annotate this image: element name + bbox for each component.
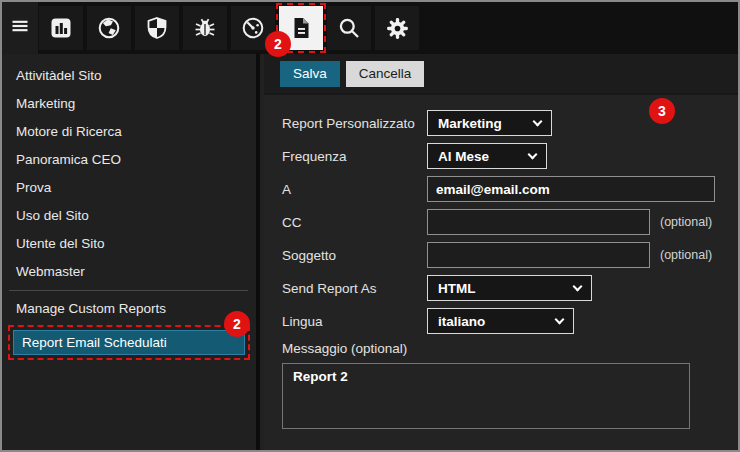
custom-report-value: Marketing bbox=[438, 116, 502, 131]
send-report-as-value: HTML bbox=[438, 281, 476, 296]
chevron-down-icon bbox=[528, 149, 538, 159]
toolbar-tab-web[interactable] bbox=[87, 6, 131, 50]
sidebar-item-panoramica-ceo[interactable]: Panoramica CEO bbox=[2, 146, 256, 174]
schedule-report-form: Report Personalizzato Marketing Frequenz… bbox=[264, 95, 738, 429]
custom-report-label: Report Personalizzato bbox=[282, 116, 427, 131]
subject-label: Soggetto bbox=[282, 248, 427, 263]
globe-icon bbox=[97, 16, 121, 40]
language-label: Lingua bbox=[282, 314, 427, 329]
bar-chart-icon bbox=[49, 16, 73, 40]
toolbar-tab-dashboard[interactable] bbox=[39, 6, 83, 50]
toolbar-tab-debug[interactable] bbox=[183, 6, 227, 50]
send-report-as-label: Send Report As bbox=[282, 281, 427, 296]
main-content: Salva Cancella 3 Report Personalizzato M… bbox=[264, 54, 738, 450]
sidebar-item-prova[interactable]: Prova bbox=[2, 174, 256, 202]
document-icon bbox=[289, 16, 313, 40]
annotation-badge-sidebar: 2 bbox=[224, 311, 250, 337]
annotation-badge-content: 3 bbox=[649, 98, 675, 124]
message-label: Messaggio (optional) bbox=[282, 341, 720, 356]
toolbar-tab-reports[interactable]: 2 bbox=[279, 6, 323, 50]
cc-field[interactable] bbox=[427, 209, 650, 235]
chevron-down-icon bbox=[533, 116, 543, 126]
language-select[interactable]: italiano bbox=[427, 308, 574, 334]
frequency-label: Frequenza bbox=[282, 149, 427, 164]
hamburger-menu-button[interactable] bbox=[2, 2, 38, 54]
cancel-button[interactable]: Cancella bbox=[346, 61, 425, 87]
frequency-value: Al Mese bbox=[438, 149, 489, 164]
sidebar-item-marketing[interactable]: Marketing bbox=[2, 90, 256, 118]
search-icon bbox=[337, 16, 361, 40]
sidebar-item-manage-custom-reports[interactable]: Manage Custom Reports bbox=[2, 295, 256, 323]
form-row-cc: CC (optional) bbox=[282, 209, 720, 235]
toolbar-tabs: 2 bbox=[38, 2, 738, 54]
toolbar-tab-search[interactable] bbox=[327, 6, 371, 50]
sidebar-item-attivita-del-sito[interactable]: Attivitàdel Sito bbox=[2, 62, 256, 90]
chevron-down-icon bbox=[555, 314, 565, 324]
toolbar-tab-settings[interactable] bbox=[375, 6, 419, 50]
form-row-lingua: Lingua italiano bbox=[282, 308, 720, 334]
cc-label: CC bbox=[282, 215, 427, 230]
sidebar-item-utente-del-sito[interactable]: Utente del Sito bbox=[2, 230, 256, 258]
to-label: A bbox=[282, 182, 427, 197]
app-window: 2 bbox=[0, 0, 740, 452]
speedometer-icon bbox=[241, 16, 265, 40]
sidebar-item-motore-di-ricerca[interactable]: Motore di Ricerca bbox=[2, 118, 256, 146]
message-textarea[interactable]: Report 2 bbox=[282, 363, 690, 429]
sidebar-item-uso-del-sito[interactable]: Uso del Sito bbox=[2, 202, 256, 230]
send-report-as-select[interactable]: HTML bbox=[427, 275, 592, 301]
chevron-down-icon bbox=[573, 281, 583, 291]
form-row-a: A bbox=[282, 176, 720, 202]
language-value: italiano bbox=[438, 314, 485, 329]
subject-field[interactable] bbox=[427, 242, 650, 268]
subject-optional-hint: (optional) bbox=[660, 248, 712, 262]
save-button[interactable]: Salva bbox=[280, 61, 340, 87]
gear-icon bbox=[385, 16, 410, 41]
top-toolbar: 2 bbox=[2, 2, 738, 54]
frequency-select[interactable]: Al Mese bbox=[427, 143, 547, 169]
form-row-soggetto: Soggetto (optional) bbox=[282, 242, 720, 268]
form-row-frequenza: Frequenza Al Mese bbox=[282, 143, 720, 169]
sidebar-item-report-email-schedulati[interactable]: Report Email Schedulati bbox=[13, 330, 245, 355]
to-email-field[interactable] bbox=[427, 176, 715, 202]
sidebar-divider bbox=[9, 290, 248, 291]
bug-icon bbox=[193, 16, 217, 40]
cc-optional-hint: (optional) bbox=[660, 215, 712, 229]
custom-report-select[interactable]: Marketing bbox=[427, 110, 552, 136]
annotation-badge-toolbar: 2 bbox=[265, 31, 291, 57]
sidebar: Attivitàdel Sito Marketing Motore di Ric… bbox=[2, 54, 260, 450]
toolbar-tab-security[interactable] bbox=[135, 6, 179, 50]
action-bar: Salva Cancella bbox=[264, 54, 738, 95]
shield-icon bbox=[145, 16, 169, 40]
annotation-box-sidebar: Report Email Schedulati 2 bbox=[8, 325, 250, 360]
form-row-send-report-as: Send Report As HTML bbox=[282, 275, 720, 301]
sidebar-item-webmaster[interactable]: Webmaster bbox=[2, 258, 256, 286]
hamburger-icon bbox=[10, 16, 30, 40]
